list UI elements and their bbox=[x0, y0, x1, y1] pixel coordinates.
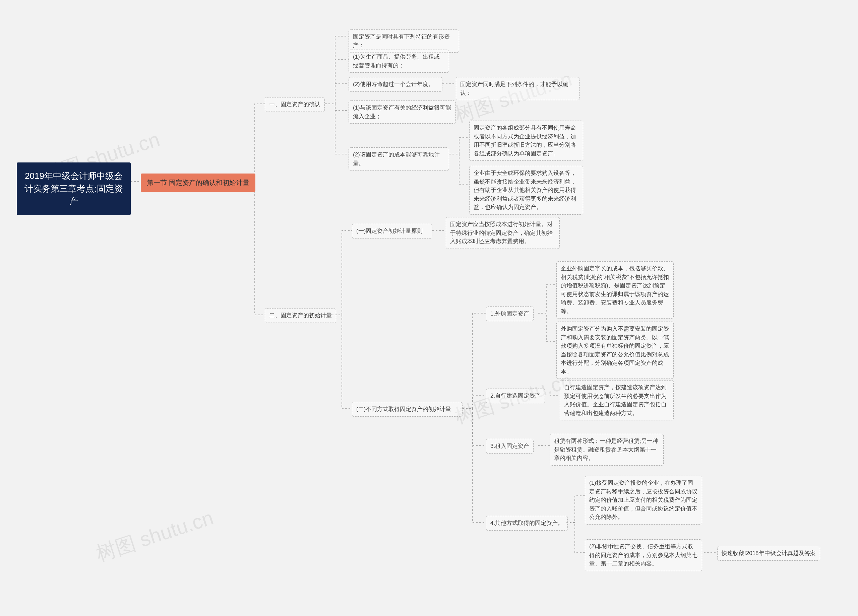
mindmap-node[interactable]: (2)该固定资产的成本能够可靠地计量。 bbox=[348, 147, 449, 171]
mindmap-node[interactable]: 固定资产的各组成部分具有不同使用寿命或者以不同方式为企业提供经济利益，适用不同折… bbox=[469, 121, 583, 161]
section-node[interactable]: 第一节 固定资产的确认和初始计量 bbox=[141, 174, 255, 192]
mindmap-node[interactable]: (2)非货币性资产交换、债务重组等方式取得的同定资产的成本，分别参见本大纲第七章… bbox=[585, 539, 702, 571]
mindmap-node[interactable]: (1)与该固定资产有关的经济利益很可能流入企业； bbox=[348, 101, 456, 124]
mindmap-node[interactable]: 2.自行建造固定资产 bbox=[486, 389, 545, 403]
mindmap-node[interactable]: (一)固定资产初始计量原则 bbox=[352, 224, 432, 239]
mindmap-node[interactable]: (2)使用寿命超过一个会计年度。 bbox=[348, 77, 442, 92]
mindmap-node[interactable]: (1)接受固定资产投资的企业，在办理了固定资产转移手续之后，应按投资合同或协议约… bbox=[585, 476, 702, 524]
mindmap-node[interactable]: 固定资产应当按照成本进行初始计量。对于特殊行业的特定固定资产，确定其初始入账成本… bbox=[446, 217, 560, 249]
mindmap-node[interactable]: 企业外购固定字长的成本，包括够买价款、相关税费(此处的“相关税费”不包括允许抵扣… bbox=[556, 261, 674, 318]
mindmap-node[interactable]: 固定资产是同时具有下列特征的有形资产： bbox=[348, 29, 459, 53]
mindmap-node[interactable]: 二、固定资产的初始计量 bbox=[265, 308, 336, 323]
mindmap-node[interactable]: (二)不同方式取得固定资产的初始计量 bbox=[352, 402, 463, 417]
mindmap-node[interactable]: 企业由于安全或环保的要求购入设备等，虽然不能改接给企业带来未来经济利益，但有助于… bbox=[469, 166, 583, 215]
mindmap-node[interactable]: (1)为生产商品、提供劳务、出租或经营管理而持有的； bbox=[348, 50, 449, 73]
watermark: 树图 shutu.cn bbox=[93, 504, 217, 568]
mindmap-node[interactable]: 快速收藏!2018年中级会计真题及答案 bbox=[717, 546, 820, 561]
mindmap-node[interactable]: 自行建造固定资产，按建造该项资产达到预定可使用状态前所发生的必要支出作为入账价值… bbox=[560, 380, 674, 420]
mindmap-node[interactable]: 固定资产同时满足下列条件的，才能予以确认： bbox=[456, 77, 580, 100]
mindmap-node[interactable]: 租赁有两种形式：一种是经营租赁;另一种是融资租赁。融资租赁参见本大纲第十一章的相… bbox=[550, 434, 664, 465]
mindmap-root[interactable]: 2019年中级会计师中级会计实务第三章考点:固定资产 bbox=[17, 163, 131, 215]
mindmap-node[interactable]: 外购固定资产分为购入不需要安装的固定资产和购入需要安装的固定资产两类。以一笔款项… bbox=[556, 321, 674, 379]
mindmap-node[interactable]: 一、固定资产的确认 bbox=[265, 97, 325, 112]
mindmap-connectors bbox=[0, 0, 858, 616]
mindmap-node[interactable]: 4.其他方式取得的固定资产。 bbox=[486, 516, 568, 531]
mindmap-node[interactable]: 1.外购固定资产 bbox=[486, 307, 533, 321]
mindmap-node[interactable]: 3.租入固定资产 bbox=[486, 439, 533, 453]
